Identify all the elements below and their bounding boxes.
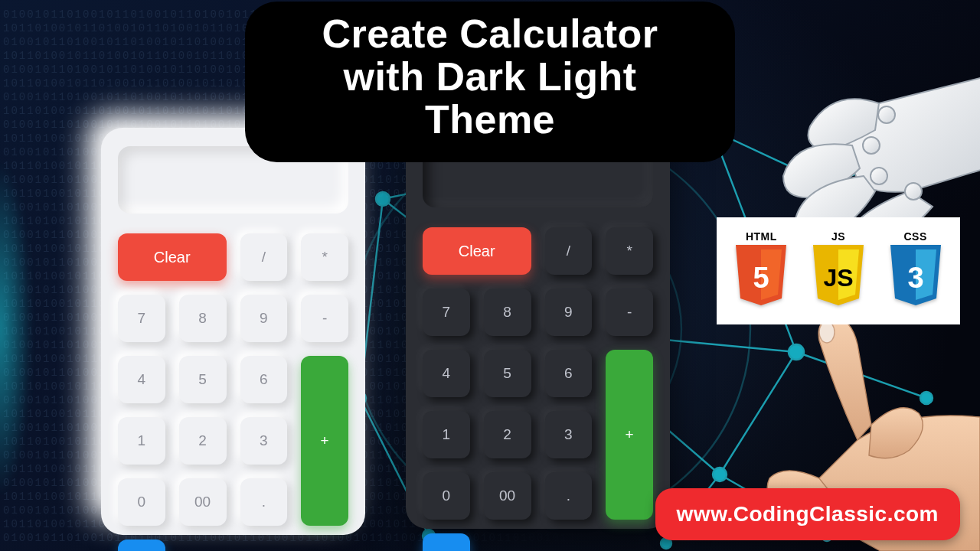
key-9[interactable]: 9	[545, 289, 593, 336]
key-equals[interactable]: =	[423, 533, 470, 551]
svg-point-18	[913, 148, 924, 158]
css3-label: CSS	[903, 230, 926, 243]
key-9[interactable]: 9	[240, 295, 288, 342]
key-dot[interactable]: .	[240, 478, 288, 526]
key-1[interactable]: 1	[423, 411, 470, 458]
key-00[interactable]: 00	[179, 478, 227, 526]
svg-text:5: 5	[753, 262, 769, 294]
key-3[interactable]: 3	[240, 417, 288, 465]
website-badge[interactable]: www.CodingClassic.com	[655, 488, 960, 540]
svg-point-30	[878, 106, 895, 123]
svg-text:3: 3	[907, 262, 923, 294]
js-logo: JS JS	[808, 230, 868, 312]
html5-shield-icon: 5	[731, 245, 791, 312]
key-2[interactable]: 2	[484, 411, 531, 458]
key-00[interactable]: 00	[484, 472, 531, 520]
thumbnail-stage: 0100101101001011010010110100101101001011…	[0, 0, 980, 551]
key-minus[interactable]: -	[301, 295, 348, 342]
key-7[interactable]: 7	[423, 289, 470, 336]
title-line2: Theme	[425, 97, 555, 142]
svg-point-34	[819, 321, 835, 343]
edge-glow	[0, 92, 46, 551]
title-line1: Create Calculator with Dark Light	[322, 11, 658, 99]
key-5[interactable]: 5	[179, 356, 227, 403]
key-minus[interactable]: -	[606, 289, 653, 336]
svg-point-15	[376, 192, 390, 206]
svg-line-4	[827, 153, 919, 184]
svg-point-31	[863, 137, 880, 154]
key-3[interactable]: 3	[545, 411, 593, 458]
svg-line-7	[720, 352, 796, 474]
key-dot[interactable]: .	[545, 472, 593, 520]
svg-point-20	[920, 392, 933, 404]
key-0[interactable]: 0	[118, 478, 165, 526]
key-multiply[interactable]: *	[606, 227, 653, 275]
key-plus[interactable]: +	[301, 356, 348, 526]
calculator-dark: Clear / * 7 8 9 - 4 5 6 + 1 2 3 0 00 . =	[406, 122, 670, 529]
key-1[interactable]: 1	[118, 417, 165, 465]
key-6[interactable]: 6	[240, 356, 288, 403]
key-0[interactable]: 0	[423, 472, 470, 520]
svg-point-33	[905, 183, 922, 200]
svg-point-19	[789, 344, 804, 360]
key-2[interactable]: 2	[179, 417, 227, 465]
js-label: JS	[831, 230, 845, 243]
calculator-light: Clear / * 7 8 9 - 4 5 6 + 1 2 3 0 00 . =	[101, 128, 365, 535]
key-equals[interactable]: =	[118, 540, 165, 551]
key-6[interactable]: 6	[545, 350, 593, 397]
key-8[interactable]: 8	[179, 295, 227, 342]
key-8[interactable]: 8	[484, 289, 531, 336]
svg-text:JS: JS	[823, 264, 853, 292]
key-7[interactable]: 7	[118, 295, 165, 342]
svg-line-6	[796, 352, 926, 398]
svg-point-17	[821, 178, 833, 190]
html5-logo: HTML 5	[731, 230, 791, 312]
css3-shield-icon: 3	[886, 245, 946, 312]
key-clear[interactable]: Clear	[423, 227, 531, 275]
html5-label: HTML	[746, 230, 777, 243]
js-shield-icon: JS	[808, 245, 868, 312]
key-5[interactable]: 5	[484, 350, 531, 397]
tech-logos-card: HTML 5 JS JS CSS 3	[717, 217, 960, 324]
svg-point-21	[713, 468, 727, 481]
key-4[interactable]: 4	[423, 350, 470, 397]
css3-logo: CSS 3	[886, 230, 946, 312]
key-multiply[interactable]: *	[301, 233, 348, 281]
key-plus[interactable]: +	[606, 350, 653, 520]
key-divide[interactable]: /	[545, 227, 593, 275]
svg-point-32	[871, 168, 887, 184]
key-clear[interactable]: Clear	[118, 233, 227, 281]
main-title: Create Calculator with Dark Light Theme	[245, 2, 735, 162]
key-4[interactable]: 4	[118, 356, 165, 403]
key-divide[interactable]: /	[240, 233, 288, 281]
